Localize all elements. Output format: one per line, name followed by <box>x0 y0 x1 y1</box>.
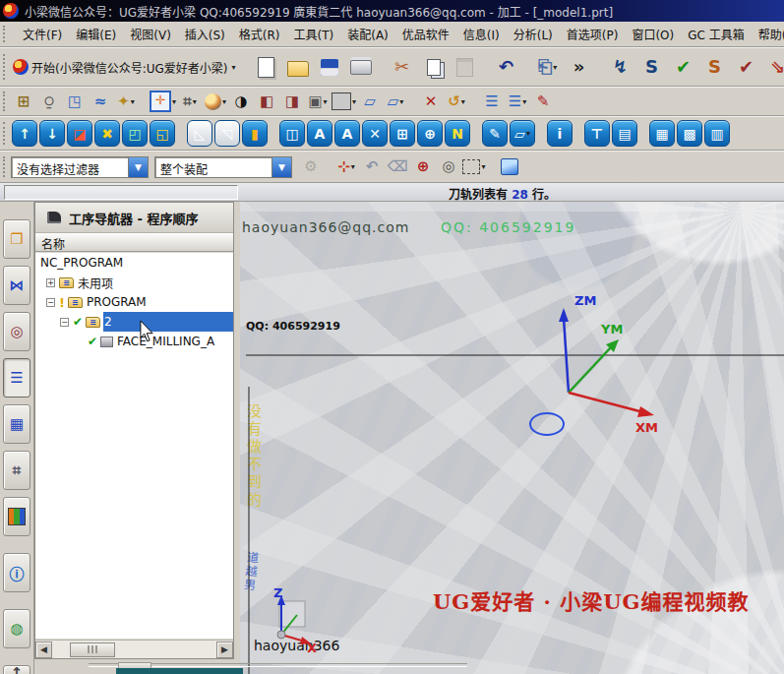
box-3d-button[interactable]: ◫ <box>279 120 305 147</box>
chevron-down-icon[interactable]: ▾ <box>352 97 356 106</box>
move-object-button[interactable]: ⊞ <box>390 120 415 147</box>
create-geometry-button[interactable]: ◳ <box>63 90 87 113</box>
library-tab[interactable] <box>3 497 30 536</box>
history-tab[interactable]: ◍ <box>3 609 30 648</box>
toolbar-overflow-button[interactable]: » <box>565 52 594 82</box>
rail-scroll-top-button[interactable]: ↥ <box>3 665 30 674</box>
menu-file[interactable]: 文件(F) <box>16 23 69 45</box>
menu-insert[interactable]: 插入(S) <box>178 23 232 45</box>
command-repeat-button[interactable]: ⎗▾ <box>533 52 563 82</box>
menu-analysis[interactable]: 分析(L) <box>507 23 560 45</box>
list-toolpath-button[interactable]: S <box>700 52 730 82</box>
display-mode-button[interactable]: ⌗▾ <box>178 90 202 113</box>
constraint-navigator-tab[interactable]: ⋈ <box>3 266 30 305</box>
show-hide-button[interactable]: ↺▾ <box>445 90 468 113</box>
export-down-button[interactable]: ↓ <box>39 120 65 147</box>
static-wireframe-button[interactable]: ▣▾ <box>306 90 330 113</box>
import-up-button[interactable]: ↑ <box>12 120 37 147</box>
menu-format[interactable]: 格式(R) <box>232 23 287 45</box>
generate-toolpath-button[interactable]: ↯ <box>606 52 635 82</box>
doc-send-button[interactable]: ▤ <box>612 120 637 147</box>
chevron-down-icon[interactable]: ▼ <box>128 157 148 177</box>
menu-youpin[interactable]: 优品软件 <box>395 23 456 45</box>
print-button[interactable] <box>346 52 376 82</box>
abs-csys-2-button[interactable]: A <box>334 120 360 147</box>
selection-pair-button[interactable]: ⚙ <box>299 155 323 179</box>
graphics-window[interactable]: haoyuan366@qq.com QQ: 406592919 QQ: 4065… <box>240 202 784 674</box>
chevron-down-icon[interactable]: ▾ <box>172 97 176 106</box>
verify-toolpath-button[interactable]: ✔ <box>669 52 698 82</box>
chevron-down-icon[interactable]: ▾ <box>324 97 328 106</box>
chevron-down-icon[interactable]: ▾ <box>131 97 135 106</box>
internet-browser-tab[interactable]: ⓘ <box>3 553 30 592</box>
menu-tools[interactable]: 工具(T) <box>287 23 341 45</box>
offset-center-button[interactable]: ⊕ <box>417 120 443 147</box>
machine-tool-navigator-tab[interactable]: ▦ <box>3 404 30 444</box>
section-view-button[interactable]: ▱ <box>358 90 382 113</box>
menu-window[interactable]: 窗口(O) <box>625 23 681 45</box>
point-target-button[interactable]: ⊕ <box>411 155 435 179</box>
slant-button[interactable]: ◹ <box>214 120 240 147</box>
erase-display-button[interactable]: ⌫ <box>386 155 409 179</box>
collapse-icon[interactable]: − <box>46 298 55 307</box>
window-red-button[interactable]: ◪ <box>67 120 92 147</box>
grid-c-button[interactable]: ▥ <box>704 120 730 147</box>
chevron-down-icon[interactable]: ▾ <box>399 97 403 106</box>
measure-xform-button[interactable]: ✕ <box>362 120 388 147</box>
menu-information[interactable]: 信息(I) <box>456 23 507 45</box>
chevron-down-icon[interactable]: ▾ <box>193 97 197 106</box>
name-column-header[interactable]: 名称 <box>35 232 233 252</box>
tree-row-nc-program[interactable]: NC_PROGRAM <box>35 253 233 273</box>
rotate-view-button[interactable]: ↶ <box>360 155 384 179</box>
chevron-down-icon[interactable]: ▾ <box>553 63 557 72</box>
move-to-layer-button[interactable]: ✎ <box>531 90 555 113</box>
tree-row-program[interactable]: − ! ≡ PROGRAM <box>35 292 233 312</box>
chevron-down-icon[interactable]: ▾ <box>526 129 530 138</box>
chevron-down-icon[interactable]: ▾ <box>351 162 355 171</box>
grid-b-button[interactable]: ▩ <box>677 120 702 147</box>
rect-select-button[interactable]: ▾ <box>462 155 486 179</box>
hide-object-button[interactable]: ✕ <box>419 90 443 113</box>
chevron-down-icon[interactable]: ▾ <box>222 97 226 106</box>
box-rotate-button[interactable]: ◱ <box>150 120 175 147</box>
part-navigator-tab[interactable]: ◎ <box>3 312 30 351</box>
edit-toolpath-button[interactable]: S <box>637 52 667 82</box>
tree-row-unused[interactable]: + ≡ 未用项 <box>35 273 233 292</box>
new-file-button[interactable] <box>252 52 281 82</box>
layer-visible-in-view-button[interactable]: ☰▾ <box>506 90 529 113</box>
create-operation-button[interactable]: ✦▾ <box>114 90 138 113</box>
work-cube-button[interactable] <box>498 155 521 179</box>
menu-assemblies[interactable]: 装配(A) <box>340 23 395 45</box>
tree-row-group-2-selected[interactable]: − ✔ ≡ 2 <box>35 312 233 332</box>
shaded-cube-button[interactable]: ◧ <box>255 90 278 113</box>
grid-a-button[interactable]: ▦ <box>649 120 675 147</box>
scroll-left-button[interactable]: ◀ <box>35 642 52 658</box>
folder-open-button[interactable]: ▱▾ <box>510 120 535 147</box>
menu-edit[interactable]: 编辑(E) <box>69 23 123 45</box>
expand-icon[interactable]: + <box>46 278 55 287</box>
create-method-button[interactable]: ≈ <box>89 90 112 113</box>
box-corner-button[interactable]: ◰ <box>122 120 148 147</box>
cut-button[interactable]: ✂ <box>388 52 417 82</box>
menu-help[interactable]: 帮助(H) <box>752 23 784 45</box>
create-tool-button[interactable]: ⍜ <box>37 90 61 113</box>
selection-filter-dropdown[interactable]: 没有选择过滤器 ▼ <box>11 156 149 178</box>
sheet-button[interactable]: ◺ <box>187 120 212 147</box>
abs-csys-button[interactable]: A <box>307 120 332 147</box>
selection-scope-dropdown[interactable]: 整个装配 ▼ <box>154 156 292 178</box>
name-display-button[interactable]: N <box>445 120 470 147</box>
integrated-simulation-tab[interactable]: ⌗ <box>3 451 30 490</box>
info-button[interactable]: i <box>547 120 573 147</box>
operation-navigator-tab[interactable]: ☰ <box>3 358 30 398</box>
menu-gc-toolbox[interactable]: GC 工具箱 <box>681 23 752 45</box>
face-color-button[interactable]: ▾ <box>332 90 356 113</box>
chevron-down-icon[interactable]: ▾ <box>481 162 485 171</box>
chevron-down-icon[interactable]: ▾ <box>522 97 526 106</box>
clamp-button[interactable]: ⊤ <box>584 120 610 147</box>
edit-section-button[interactable]: ▱▾ <box>384 90 407 113</box>
scroll-right-button[interactable]: ▶ <box>216 642 233 658</box>
layer-settings-button[interactable]: ☰ <box>480 90 504 113</box>
menu-preferences[interactable]: 首选项(P) <box>560 23 626 45</box>
pill-button[interactable]: ▮ <box>242 120 268 147</box>
start-menu-button[interactable]: 开始(小梁微信公众号:UG爱好者小梁) ▾ <box>9 52 240 82</box>
